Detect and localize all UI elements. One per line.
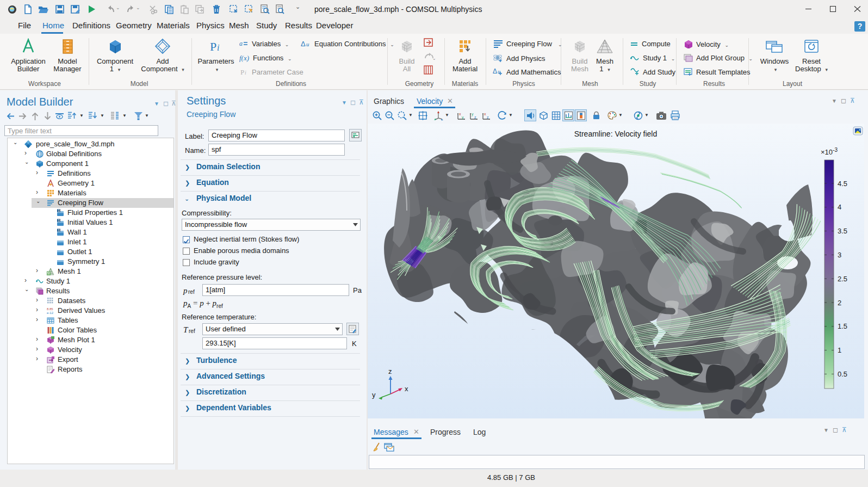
svg-text:x: x: [484, 112, 486, 116]
svg-text:z: z: [474, 115, 476, 119]
svg-text:2.5: 2.5: [838, 275, 847, 283]
svg-text:a: a: [239, 40, 243, 47]
svg-text:y: y: [472, 112, 474, 116]
svg-text:Streamline: Velocity field: Streamline: Velocity field: [574, 130, 658, 138]
svg-text:4: 4: [838, 203, 841, 211]
svg-text:0.5: 0.5: [838, 370, 847, 378]
svg-text:i: i: [217, 43, 219, 52]
svg-text:u: u: [306, 41, 309, 47]
svg-text:f(x): f(x): [239, 54, 249, 62]
svg-text:Δ: Δ: [301, 40, 306, 48]
svg-text:⌄: ⌄: [432, 56, 436, 61]
svg-text:1: 1: [838, 346, 841, 354]
svg-text:z: z: [487, 115, 489, 119]
svg-text:y: y: [462, 115, 464, 120]
svg-text:4.5: 4.5: [838, 180, 847, 188]
svg-text:x: x: [405, 385, 408, 393]
svg-text:y: y: [372, 391, 376, 399]
svg-text:P: P: [240, 68, 244, 76]
svg-text:Δ: Δ: [493, 67, 497, 75]
svg-text:i: i: [245, 70, 246, 76]
svg-text:P: P: [210, 40, 216, 53]
svg-text:3.5: 3.5: [838, 227, 847, 235]
svg-text:3: 3: [838, 251, 841, 259]
svg-text:2: 2: [838, 299, 841, 307]
svg-text:x: x: [459, 112, 461, 116]
svg-text:z: z: [388, 367, 392, 375]
svg-text:1.5: 1.5: [838, 322, 847, 330]
